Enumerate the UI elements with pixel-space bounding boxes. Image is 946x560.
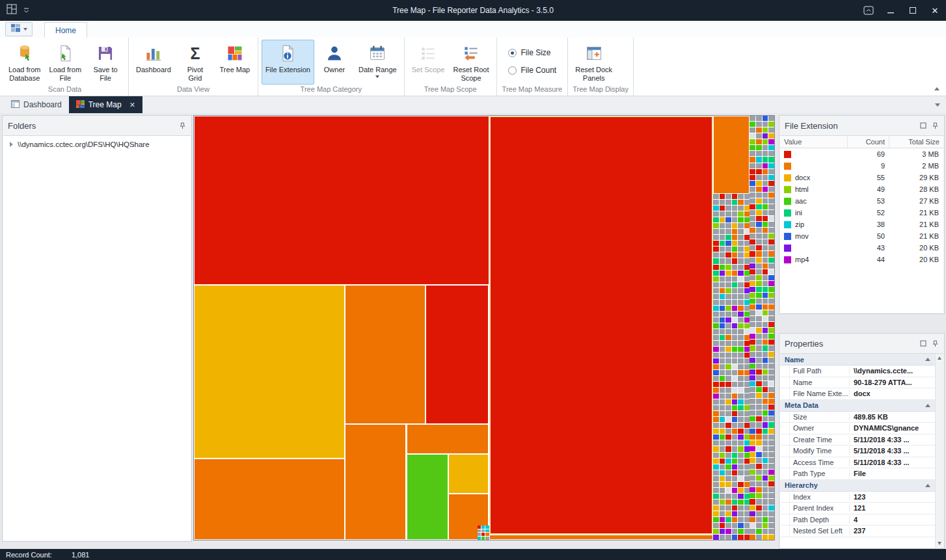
block-orange-top-right[interactable] xyxy=(713,116,750,194)
collapse-chevron-icon[interactable] xyxy=(925,358,930,361)
property-label: Size xyxy=(790,413,850,421)
load-from-file-button[interactable]: Load from File xyxy=(46,40,86,85)
mosaic-cell xyxy=(750,529,755,534)
radio-file-size[interactable]: File Size xyxy=(508,48,557,57)
file-extension-row[interactable]: mov5021 KB xyxy=(780,230,943,242)
property-group-name[interactable]: Name xyxy=(780,354,935,366)
property-row-access-time[interactable]: Access Time5/11/2018 4:33 ... xyxy=(780,457,935,469)
document-tab-tree-map[interactable]: Tree Map✕ xyxy=(69,96,142,113)
tree-map-button[interactable]: Tree Map xyxy=(215,40,254,85)
file-extension-row[interactable]: 693 MB xyxy=(780,148,943,160)
property-row-create-time[interactable]: Create Time5/11/2018 4:33 ... xyxy=(780,434,935,446)
mosaic-right-outer[interactable] xyxy=(750,116,774,540)
property-row-nested-set-left[interactable]: Nested Set Left237 xyxy=(780,526,935,537)
property-row-path-type[interactable]: Path TypeFile xyxy=(780,468,935,480)
file-extension-row[interactable]: html4928 KB xyxy=(780,183,943,195)
pin-icon[interactable] xyxy=(932,122,939,129)
property-row-file-name-exte[interactable]: File Name Exte...docx xyxy=(780,388,935,400)
radio-file-count[interactable]: File Count xyxy=(508,66,557,75)
file-extension-row[interactable]: mp44420 KB xyxy=(780,254,943,265)
property-row-name[interactable]: Name90-18-279 ATTA... xyxy=(780,377,935,389)
column-header-value[interactable]: Value xyxy=(780,136,848,148)
save-to-file-button[interactable]: Save to File xyxy=(86,40,125,85)
tab-list-dropdown-icon[interactable] xyxy=(935,103,940,107)
file-extension-row[interactable]: aac5327 KB xyxy=(780,195,943,207)
block-orange-below-yellow[interactable] xyxy=(194,459,345,540)
block-orange-wide-small[interactable] xyxy=(407,424,489,454)
mosaic-cell xyxy=(756,487,762,492)
block-red-small[interactable] xyxy=(426,285,489,424)
mosaic-cell xyxy=(744,511,750,516)
block-orange-mid[interactable] xyxy=(345,285,426,424)
expand-arrow-icon[interactable] xyxy=(10,142,13,147)
file-extension-row[interactable]: 92 MB xyxy=(780,160,943,172)
scroll-down-icon[interactable] xyxy=(938,542,941,545)
column-header-count[interactable]: Count xyxy=(848,136,889,148)
pivot-grid-button[interactable]: ΣPivot Grid xyxy=(176,40,215,85)
ribbon-collapse-icon[interactable] xyxy=(934,87,939,90)
ribbon-display-options-button[interactable] xyxy=(858,0,880,21)
file-extension-button[interactable]: File Extension xyxy=(262,40,314,85)
file-extension-row[interactable]: zip3821 KB xyxy=(780,219,943,230)
scroll-up-icon[interactable] xyxy=(938,356,941,360)
block-yellow-small[interactable] xyxy=(448,454,489,494)
owner-button[interactable]: Owner xyxy=(315,40,354,85)
column-header-total-size[interactable]: Total Size xyxy=(889,136,943,148)
close-tab-icon[interactable]: ✕ xyxy=(129,101,135,109)
pin-icon[interactable] xyxy=(932,340,939,347)
mosaic-right-inner[interactable] xyxy=(713,194,750,540)
app-icon[interactable] xyxy=(7,4,17,17)
property-row-owner[interactable]: OwnerDYNAMICS\gnance xyxy=(780,423,935,434)
block-orange-bottom-strip[interactable] xyxy=(489,535,713,540)
file-extension-row[interactable]: 4320 KB xyxy=(780,242,943,254)
collapse-chevron-icon[interactable] xyxy=(925,404,930,407)
mosaic-cell xyxy=(720,523,725,528)
radio-circle-icon[interactable] xyxy=(508,49,517,57)
treemap-canvas[interactable] xyxy=(194,116,774,540)
property-row-size[interactable]: Size489.85 KB xyxy=(780,412,935,423)
document-tab-dashboard[interactable]: Dashboard xyxy=(4,96,69,113)
folder-tree-item[interactable]: \\dynamics.cctec.org\DFS\HQ\HQShare xyxy=(3,136,191,151)
date-range-button[interactable]: Date Range xyxy=(355,40,401,85)
properties-scrollbar[interactable] xyxy=(935,354,943,548)
reset-dock-panels-button[interactable]: Reset Dock Panels xyxy=(571,40,616,85)
mosaic-cell xyxy=(768,145,774,150)
mosaic-corner[interactable] xyxy=(478,526,489,540)
mosaic-cell xyxy=(720,494,725,499)
block-red-center[interactable] xyxy=(489,116,713,535)
property-row-index[interactable]: Index123 xyxy=(780,492,935,503)
property-row-modify-time[interactable]: Modify Time5/11/2018 4:33 ... xyxy=(780,446,935,457)
close-button[interactable]: ✕ xyxy=(924,0,946,21)
mosaic-cell xyxy=(750,181,755,186)
block-orange-tall[interactable] xyxy=(345,424,407,540)
pin-icon[interactable] xyxy=(179,122,186,129)
maximize-button[interactable] xyxy=(902,0,924,21)
mosaic-cell xyxy=(768,198,774,204)
load-from-database-button[interactable]: Load from Database xyxy=(5,40,45,85)
mosaic-cell xyxy=(725,271,731,276)
reset-root-scope-button[interactable]: Reset Root Scope xyxy=(449,40,493,85)
mosaic-cell xyxy=(478,526,481,529)
quick-access-customize-icon[interactable] xyxy=(23,5,29,16)
ribbon-tab-home[interactable]: Home xyxy=(44,22,87,38)
block-red-top-left[interactable] xyxy=(194,116,489,285)
radio-circle-icon[interactable] xyxy=(508,66,517,75)
maximize-panel-icon[interactable] xyxy=(920,122,926,129)
mosaic-cell xyxy=(763,328,768,333)
dashboard-button[interactable]: Dashboard xyxy=(132,40,175,85)
block-green[interactable] xyxy=(407,454,449,540)
maximize-panel-icon[interactable] xyxy=(920,340,926,347)
property-row-parent-index[interactable]: Parent Index121 xyxy=(780,503,935,514)
file-extension-row[interactable]: ini5221 KB xyxy=(780,207,943,219)
property-label: Path Type xyxy=(790,470,850,477)
property-row-path-depth[interactable]: Path Depth4 xyxy=(780,514,935,526)
minimize-button[interactable] xyxy=(880,0,902,21)
property-row-full-path[interactable]: Full Path\\dynamics.ccte... xyxy=(780,366,935,377)
file-extension-row[interactable]: docx5529 KB xyxy=(780,172,943,183)
mosaic-cell xyxy=(763,399,768,404)
application-menu-button[interactable] xyxy=(5,22,33,36)
property-group-meta-data[interactable]: Meta Data xyxy=(780,400,935,412)
property-group-hierarchy[interactable]: Hierarchy xyxy=(780,480,935,492)
block-yellow-large[interactable] xyxy=(194,285,345,458)
collapse-chevron-icon[interactable] xyxy=(925,484,930,487)
